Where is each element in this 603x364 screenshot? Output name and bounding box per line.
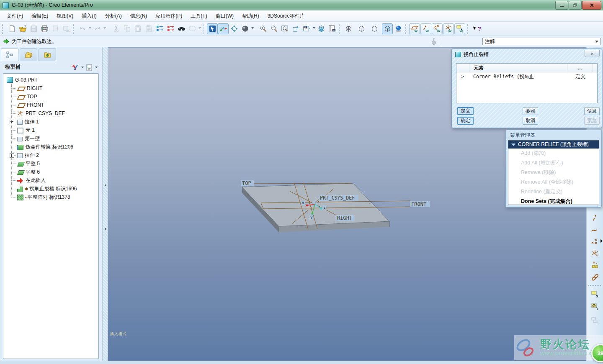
element-list[interactable]: 元素 ... > Corner Reliefs (拐角止 定义 bbox=[456, 63, 598, 103]
menu-tools[interactable]: 工具(T) bbox=[186, 11, 211, 21]
combo-dropdown-icon[interactable] bbox=[593, 38, 600, 45]
select-box-dropdown-icon[interactable] bbox=[198, 23, 201, 34]
define-button[interactable]: 定义 bbox=[457, 107, 474, 115]
layers-icon[interactable] bbox=[316, 23, 327, 34]
info-button[interactable]: 信息 bbox=[584, 107, 600, 115]
new-file-icon[interactable] bbox=[6, 23, 17, 34]
tree-item-extrude2[interactable]: 拉伸 2 bbox=[3, 151, 98, 159]
tree-item-corner-relief[interactable]: ✱ 拐角止裂槽 标识1696 bbox=[3, 185, 98, 193]
paste-icon[interactable] bbox=[132, 23, 143, 34]
undo-dropdown-icon[interactable] bbox=[88, 23, 92, 34]
point-display-toggle[interactable] bbox=[432, 23, 443, 34]
paste-special-icon[interactable] bbox=[143, 23, 154, 34]
references-button[interactable]: 参照 bbox=[523, 107, 538, 115]
tree-item-csys[interactable]: PRT_CSYS_DEF bbox=[3, 109, 98, 118]
redo-dropdown-icon[interactable] bbox=[103, 23, 106, 34]
close-button[interactable] bbox=[582, 1, 601, 10]
expander-icon[interactable] bbox=[10, 120, 14, 124]
tab-favorites[interactable] bbox=[39, 48, 56, 61]
datum-plane-tool-icon[interactable] bbox=[590, 289, 600, 300]
tree-item-right[interactable]: RIGHT bbox=[3, 84, 98, 92]
spin-center-icon[interactable] bbox=[218, 23, 229, 34]
tree-settings-icon[interactable] bbox=[84, 63, 94, 72]
wireframe-icon[interactable] bbox=[343, 23, 354, 34]
copy-icon[interactable] bbox=[121, 23, 132, 34]
selection-filter-icon[interactable] bbox=[207, 23, 218, 34]
tree-settings-dropdown-icon[interactable] bbox=[94, 62, 98, 73]
reorient-icon[interactable] bbox=[290, 23, 301, 34]
regenerate-manager-icon[interactable] bbox=[165, 23, 176, 34]
menu-header[interactable]: CORNER RELIEF (顶角止裂槽) bbox=[508, 141, 599, 149]
toolbar-handle[interactable] bbox=[405, 24, 408, 34]
find-icon[interactable] bbox=[176, 23, 187, 34]
toolbar-handle[interactable] bbox=[2, 24, 5, 34]
tree-item-extrude1[interactable]: 拉伸 1 bbox=[3, 118, 98, 126]
hidden-line-icon[interactable] bbox=[356, 23, 367, 34]
tree-item-smt-convert[interactable]: 钣金件转换 标识1206 bbox=[3, 143, 98, 151]
menu-view[interactable]: 视图(V) bbox=[52, 11, 77, 21]
orient-mode-icon[interactable] bbox=[229, 23, 240, 34]
datum-point-tool-icon[interactable] bbox=[590, 236, 600, 247]
tree-item-flat6[interactable]: 平整 6 bbox=[3, 168, 98, 176]
menu-help[interactable]: 帮助(H) bbox=[238, 11, 263, 21]
tab-model-tree[interactable] bbox=[1, 48, 18, 61]
ok-button[interactable]: 确定 bbox=[457, 117, 474, 125]
print-related-icon[interactable] bbox=[50, 23, 61, 34]
menu-item-done-sets[interactable]: Done Sets (完成集合) bbox=[508, 197, 599, 206]
element-row[interactable]: > Corner Reliefs (拐角止 定义 bbox=[456, 72, 597, 81]
zoom-out-icon[interactable] bbox=[268, 23, 279, 34]
right-datum-label[interactable]: RIGHT bbox=[337, 215, 352, 221]
cosmetic-feature-tool-icon[interactable] bbox=[590, 315, 600, 326]
menu-info[interactable]: 信息(N) bbox=[126, 11, 152, 21]
annotation-feature-tool-icon[interactable]: A bbox=[590, 302, 600, 313]
dialog-titlebar[interactable]: 拐角止裂槽 bbox=[455, 51, 489, 58]
view-manager-icon[interactable] bbox=[327, 23, 338, 34]
menu-3dsource[interactable]: 3DSource零件库 bbox=[263, 11, 309, 21]
open-icon[interactable] bbox=[17, 23, 28, 34]
top-datum-label[interactable]: TOP bbox=[242, 180, 251, 186]
corner-relief-dialog[interactable]: 拐角止裂槽 元素 ... > Corner Reliefs (拐角止 定义 定义… bbox=[451, 49, 602, 128]
toolbar-handle[interactable] bbox=[467, 24, 470, 34]
tree-item-part-root[interactable]: G-03.PRT bbox=[3, 76, 98, 84]
front-datum-label[interactable]: FRONT bbox=[411, 201, 426, 207]
tree-item-insert-here[interactable]: 在此插入 bbox=[3, 176, 98, 185]
select-box-icon[interactable] bbox=[187, 23, 198, 34]
send-link-icon[interactable] bbox=[61, 23, 72, 34]
zoom-in-icon[interactable] bbox=[258, 23, 268, 34]
menu-edit[interactable]: 编辑(E) bbox=[27, 11, 52, 21]
cut-icon[interactable] bbox=[111, 23, 121, 34]
csys-display-toggle[interactable] bbox=[443, 23, 454, 34]
redo-icon[interactable] bbox=[92, 23, 103, 34]
csys-tool-icon[interactable] bbox=[590, 248, 600, 259]
sash-collapse-icon[interactable] bbox=[105, 185, 106, 186]
datum-axis-display-toggle[interactable] bbox=[420, 23, 431, 34]
tree-item-flat5[interactable]: 平整 5 bbox=[3, 159, 98, 168]
save-icon[interactable] bbox=[28, 23, 39, 34]
toolbar-handle[interactable] bbox=[203, 24, 206, 34]
zoom-fit-icon[interactable] bbox=[279, 23, 290, 34]
tree-item-shell1[interactable]: 壳 1 bbox=[3, 126, 98, 134]
annotation-combobox[interactable]: 注解 bbox=[482, 38, 600, 45]
menu-applications[interactable]: 应用程序(P) bbox=[151, 11, 186, 21]
datum-axis-tool-icon[interactable] bbox=[590, 213, 600, 223]
minimize-button[interactable] bbox=[555, 1, 568, 10]
tree-item-top[interactable]: TOP bbox=[3, 92, 98, 101]
datum-plane-display-toggle[interactable] bbox=[409, 23, 420, 34]
csys-label[interactable]: PRT_CSYS_DEF bbox=[320, 195, 355, 201]
undo-icon[interactable] bbox=[77, 23, 88, 34]
panel-sash[interactable] bbox=[102, 47, 108, 361]
saved-views-dropdown-icon[interactable] bbox=[312, 23, 316, 34]
merge-link-tool-icon[interactable] bbox=[590, 272, 600, 283]
menu-analysis[interactable]: 分析(A) bbox=[101, 11, 126, 21]
shaded-style-dropdown-icon[interactable] bbox=[250, 23, 254, 34]
tree-tools-icon[interactable] bbox=[70, 63, 80, 72]
toolbar-handle[interactable] bbox=[339, 24, 342, 34]
menu-window[interactable]: 窗口(W) bbox=[211, 11, 238, 21]
tab-folder-browser[interactable] bbox=[20, 48, 37, 61]
field-point-tool-icon[interactable] bbox=[590, 260, 600, 271]
sash-collapse-icon[interactable] bbox=[105, 228, 106, 230]
context-help-icon[interactable]: ? bbox=[471, 23, 482, 34]
dialog-close-icon[interactable] bbox=[585, 50, 600, 57]
restore-button[interactable] bbox=[569, 1, 582, 10]
tree-item-front[interactable]: FRONT bbox=[3, 101, 98, 109]
